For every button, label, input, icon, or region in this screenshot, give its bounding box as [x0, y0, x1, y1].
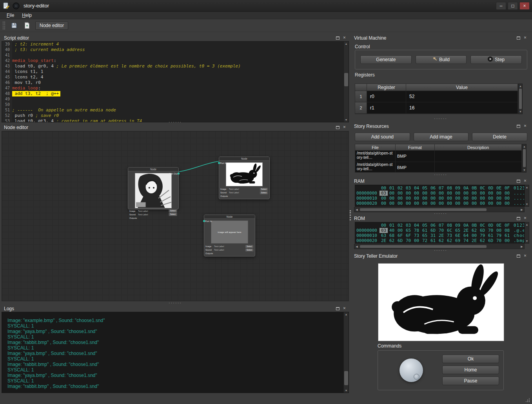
node-select-button[interactable]: Select: [245, 245, 254, 248]
ram-vertical-scrollbar[interactable]: ▲ ▼: [525, 185, 529, 207]
delete-button[interactable]: Delete: [472, 133, 527, 141]
node-select-button[interactable]: Select: [169, 213, 177, 216]
hex-byte[interactable]: 00: [462, 201, 470, 206]
splitter-handle[interactable]: ······: [2, 121, 349, 124]
hex-byte[interactable]: 70: [404, 238, 412, 243]
hex-byte[interactable]: 00: [487, 191, 495, 196]
rom-hex-view[interactable]: 000102030405060708090A0B0C0D0E0F01234567…: [355, 222, 525, 244]
scroll-right-arrow[interactable]: ▶: [519, 207, 524, 212]
hex-byte[interactable]: 69: [454, 238, 462, 243]
hex-byte[interactable]: 00: [462, 191, 470, 196]
script-scrollbar[interactable]: ▲ ▼: [343, 42, 349, 122]
hex-byte[interactable]: 00: [495, 196, 503, 201]
hex-byte[interactable]: 61: [487, 233, 495, 238]
hex-byte[interactable]: 03: [379, 191, 388, 196]
pause-button[interactable]: Pause: [442, 377, 499, 385]
hex-byte[interactable]: 00: [429, 196, 437, 201]
hex-byte[interactable]: 79: [478, 233, 487, 238]
hex-byte[interactable]: 79: [495, 233, 503, 238]
generate-button[interactable]: Generate: [360, 55, 412, 64]
hex-byte[interactable]: 78: [412, 228, 421, 233]
hex-byte[interactable]: 70: [495, 238, 503, 243]
scroll-up-arrow[interactable]: ▲: [344, 42, 349, 46]
hex-byte[interactable]: 00: [404, 201, 412, 206]
hex-byte[interactable]: 62: [388, 238, 396, 243]
hex-byte[interactable]: 00: [404, 191, 412, 196]
export-binary-button[interactable]: [22, 21, 32, 30]
hex-byte[interactable]: 6C: [445, 228, 454, 233]
splitter-handle[interactable]: ······: [352, 173, 530, 177]
hex-byte[interactable]: 00: [454, 201, 462, 206]
hex-byte[interactable]: 62: [478, 238, 487, 243]
ram-hex-view[interactable]: 000102030405060708090A0B0C0D0E0F01234567…: [355, 185, 525, 207]
scroll-left-arrow[interactable]: ◀: [354, 244, 359, 249]
hex-byte[interactable]: 00: [462, 196, 470, 201]
scroll-thumb[interactable]: [344, 371, 348, 385]
toolbar-drag-handle[interactable]: [3, 22, 5, 29]
ok-button[interactable]: Ok: [442, 355, 499, 363]
undock-icon[interactable]: [516, 254, 521, 258]
hex-byte[interactable]: 6D: [487, 238, 495, 243]
undock-icon[interactable]: [516, 36, 521, 40]
hex-byte[interactable]: 00: [445, 196, 454, 201]
close-icon[interactable]: ✕: [523, 124, 528, 129]
node-editor-canvas[interactable]: NodePort OutImageTest-LabelSelectSoundTe…: [2, 131, 349, 301]
hex-byte[interactable]: 00: [454, 196, 462, 201]
hex-byte[interactable]: 00: [470, 196, 478, 201]
scroll-up-arrow[interactable]: ▲: [525, 185, 529, 189]
rom-vertical-scrollbar[interactable]: ▲ ▼: [525, 222, 529, 244]
minimize-button[interactable]: –: [496, 2, 506, 10]
hex-byte[interactable]: 00: [503, 191, 511, 196]
resize-grip[interactable]: [524, 397, 530, 402]
hex-byte[interactable]: 08: [503, 228, 511, 233]
hex-byte[interactable]: 00: [396, 201, 404, 206]
port-in-dot[interactable]: [218, 162, 220, 164]
hex-byte[interactable]: 6D: [478, 228, 487, 233]
hex-byte[interactable]: 00: [478, 191, 487, 196]
close-icon[interactable]: ✕: [342, 36, 347, 40]
hex-byte[interactable]: 00: [445, 191, 454, 196]
splitter-handle[interactable]: ······: [352, 212, 530, 215]
hex-byte[interactable]: 62: [437, 238, 445, 243]
hex-byte[interactable]: 61: [421, 228, 429, 233]
splitter-handle[interactable]: ······: [352, 117, 530, 120]
hex-byte[interactable]: 00: [429, 191, 437, 196]
undock-icon[interactable]: [335, 36, 340, 40]
scroll-thumb[interactable]: [519, 89, 522, 109]
scroll-down-arrow[interactable]: ▼: [523, 168, 526, 172]
undock-icon[interactable]: [516, 179, 521, 184]
hex-byte[interactable]: 00: [437, 191, 445, 196]
node-select-button[interactable]: Select: [260, 191, 268, 195]
resource-row[interactable]: /mnt/data/git/open-story-tell…BMP: [355, 151, 522, 162]
hex-byte[interactable]: 74: [462, 238, 470, 243]
hex-byte[interactable]: 00: [421, 201, 429, 206]
node-editor-toolbar-button[interactable]: Node editor: [35, 22, 68, 30]
hex-byte[interactable]: 00: [437, 196, 445, 201]
hex-byte[interactable]: 64: [462, 233, 470, 238]
hex-byte[interactable]: 00: [470, 191, 478, 196]
add-sound-button[interactable]: Add sound: [355, 133, 410, 141]
scroll-right-arrow[interactable]: ▶: [519, 244, 524, 249]
hex-byte[interactable]: 00: [503, 238, 511, 243]
hex-byte[interactable]: 00: [396, 196, 404, 201]
close-icon[interactable]: ✕: [342, 125, 347, 130]
hex-byte[interactable]: 2E: [379, 238, 388, 243]
hex-byte[interactable]: 00: [470, 201, 478, 206]
hex-byte[interactable]: 00: [487, 201, 495, 206]
hex-byte[interactable]: 00: [478, 196, 487, 201]
hex-byte[interactable]: 6E: [454, 233, 462, 238]
hex-byte[interactable]: 00: [495, 191, 503, 196]
close-icon[interactable]: ✕: [523, 216, 528, 221]
hex-byte[interactable]: 68: [388, 233, 396, 238]
logs-scrollbar[interactable]: ▲ ▼: [343, 312, 349, 393]
undock-icon[interactable]: [516, 216, 521, 221]
home-button[interactable]: Home: [442, 366, 499, 374]
node-select-button[interactable]: Select: [245, 248, 254, 252]
hex-byte[interactable]: 00: [503, 201, 511, 206]
logs-view[interactable]: Image: "example.bmp" , Sound: "choose1.s…: [2, 312, 349, 393]
hex-byte[interactable]: 61: [503, 233, 511, 238]
menu-item-help[interactable]: Help: [18, 12, 35, 18]
hex-byte[interactable]: 00: [421, 196, 429, 201]
scroll-up-arrow[interactable]: ▲: [344, 312, 349, 317]
scroll-down-arrow[interactable]: ▼: [344, 388, 349, 393]
